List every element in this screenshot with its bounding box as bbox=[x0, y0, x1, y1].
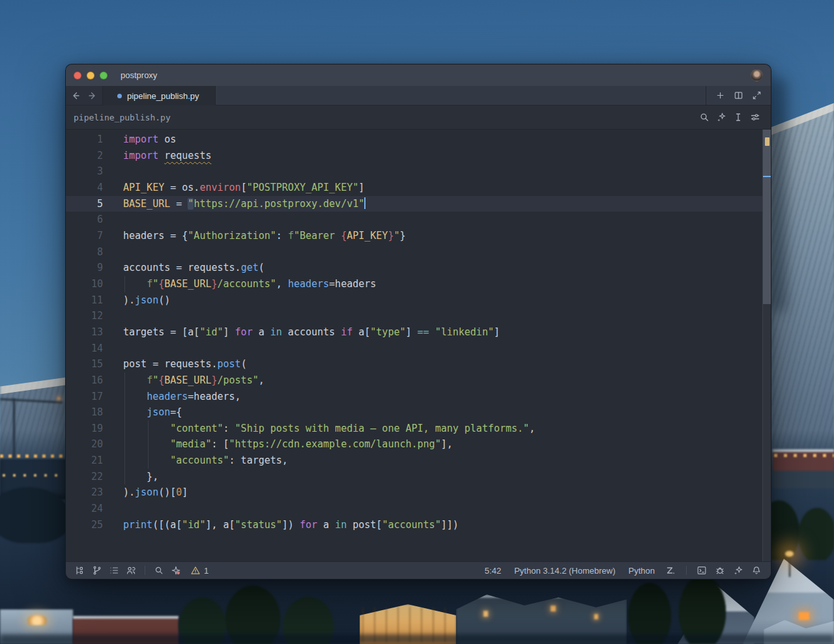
code-line[interactable]: 1import os bbox=[66, 132, 762, 148]
sparkles-button[interactable] bbox=[732, 564, 745, 577]
code-line[interactable]: 4API_KEY = os.environ["POSTPROXY_API_KEY… bbox=[66, 180, 762, 196]
toolchain-selector[interactable]: Python 3.14.2 (Homebrew) bbox=[510, 565, 619, 576]
split-pane-icon bbox=[734, 91, 743, 100]
line-number: 5 bbox=[66, 196, 103, 212]
line-number: 10 bbox=[66, 276, 103, 292]
code-line[interactable]: 20 "media": ["https://cdn.example.com/la… bbox=[66, 436, 762, 453]
project-panel-button[interactable] bbox=[74, 564, 87, 577]
sparkles-icon bbox=[733, 565, 743, 576]
scrollbar-cursor-marker bbox=[763, 176, 771, 177]
line-number: 3 bbox=[66, 163, 103, 180]
code-line[interactable]: 18 json={ bbox=[66, 404, 762, 421]
search-everywhere-button[interactable] bbox=[152, 564, 165, 577]
code-line[interactable]: 5BASE_URL = "https://api.postproxy.dev/v… bbox=[66, 196, 762, 212]
split-pane-button[interactable] bbox=[732, 89, 745, 102]
assistant-button[interactable] bbox=[169, 564, 182, 577]
outline-button[interactable] bbox=[108, 564, 121, 577]
edit-prediction-button[interactable] bbox=[664, 564, 678, 577]
git-branch-icon bbox=[92, 565, 102, 576]
close-button[interactable] bbox=[74, 72, 81, 79]
code-line[interactable]: 15post = requests.post( bbox=[66, 356, 762, 372]
code-line[interactable]: 25print([(a["id"], a["status"]) for a in… bbox=[66, 517, 762, 533]
code-line[interactable]: 17 headers=headers, bbox=[66, 389, 762, 405]
collaboration-button[interactable] bbox=[124, 564, 137, 577]
line-number: 23 bbox=[66, 484, 103, 501]
modified-dot-icon bbox=[117, 94, 122, 98]
diagnostics-button[interactable]: 1 bbox=[186, 565, 212, 576]
code-line[interactable]: 21 "accounts": targets, bbox=[66, 453, 762, 469]
scrollbar[interactable] bbox=[762, 130, 771, 561]
code-line[interactable]: 16 f"{BASE_URL}/posts", bbox=[66, 372, 762, 389]
expand-icon bbox=[752, 91, 762, 100]
inline-assist-button[interactable] bbox=[715, 111, 728, 124]
tab-strip-empty bbox=[216, 86, 706, 105]
terminal-icon bbox=[697, 565, 707, 576]
cursor-position[interactable]: 5:42 bbox=[481, 565, 505, 576]
code-line[interactable]: 7headers = {"Authorization": f"Bearer {A… bbox=[66, 228, 762, 244]
line-number: 14 bbox=[66, 341, 103, 357]
code-line[interactable]: 12 bbox=[66, 308, 762, 324]
text-cursor-button[interactable] bbox=[732, 111, 745, 124]
line-number: 25 bbox=[66, 517, 103, 533]
new-tab-button[interactable] bbox=[714, 89, 726, 102]
zoom-button[interactable] bbox=[100, 72, 108, 79]
code-line[interactable]: 19 "content": "Ship posts with media — o… bbox=[66, 421, 762, 437]
code-line[interactable]: 6 bbox=[66, 212, 762, 228]
sliders-icon bbox=[750, 112, 760, 122]
editor-window: postproxy pipeline_publish.py bbox=[65, 64, 771, 580]
scrollbar-warning-marker bbox=[765, 137, 769, 146]
language-selector[interactable]: Python bbox=[625, 565, 659, 576]
line-number: 21 bbox=[66, 453, 103, 469]
scrollbar-thumb[interactable] bbox=[763, 130, 771, 304]
code-line[interactable]: 24 bbox=[66, 501, 762, 517]
line-number: 19 bbox=[66, 421, 103, 437]
terminal-button[interactable] bbox=[695, 564, 708, 577]
text-caret bbox=[364, 197, 366, 209]
debug-button[interactable] bbox=[713, 564, 726, 577]
code-line[interactable]: 3 bbox=[66, 163, 762, 180]
buffer-search-button[interactable] bbox=[698, 111, 711, 124]
breadcrumb[interactable]: pipeline_publish.py bbox=[74, 113, 171, 122]
back-button[interactable] bbox=[70, 91, 81, 101]
line-number: 7 bbox=[66, 228, 103, 244]
tab-bar: pipeline_publish.py bbox=[66, 86, 771, 105]
line-number: 17 bbox=[66, 389, 103, 405]
minimize-button[interactable] bbox=[87, 72, 94, 79]
tab-pipeline-publish[interactable]: pipeline_publish.py bbox=[103, 86, 216, 105]
text-cursor-icon bbox=[733, 112, 743, 122]
bell-icon bbox=[751, 565, 762, 576]
plus-icon bbox=[715, 91, 725, 100]
line-number: 15 bbox=[66, 356, 103, 372]
code-line[interactable]: 8 bbox=[66, 244, 762, 260]
sparkles-icon bbox=[716, 112, 726, 122]
code-line[interactable]: 2import requests bbox=[66, 148, 762, 164]
notifications-button[interactable] bbox=[750, 564, 763, 577]
git-branch-button[interactable] bbox=[91, 564, 104, 577]
line-number: 6 bbox=[66, 212, 103, 228]
code-line[interactable]: 10 f"{BASE_URL}/accounts", headers=heade… bbox=[66, 276, 762, 292]
window-title: postproxy bbox=[121, 70, 157, 80]
search-icon bbox=[699, 112, 710, 122]
expand-button[interactable] bbox=[751, 89, 763, 102]
warning-triangle-icon bbox=[190, 565, 201, 576]
project-panel-icon bbox=[75, 565, 85, 576]
line-number: 9 bbox=[66, 260, 103, 276]
user-avatar[interactable] bbox=[751, 69, 763, 81]
editor-lines: 1import os2import requests34API_KEY = os… bbox=[66, 132, 762, 561]
code-line[interactable]: 11).json() bbox=[66, 292, 762, 309]
code-line[interactable]: 14 bbox=[66, 341, 762, 357]
tab-actions bbox=[706, 86, 771, 105]
code-line[interactable]: 9accounts = requests.get( bbox=[66, 260, 762, 276]
code-line[interactable]: 23).json()[0] bbox=[66, 484, 762, 501]
title-bar[interactable]: postproxy bbox=[66, 64, 771, 86]
line-number: 18 bbox=[66, 404, 103, 421]
code-line[interactable]: 13targets = [a["id"] for a in accounts i… bbox=[66, 324, 762, 341]
line-number: 20 bbox=[66, 436, 103, 453]
forward-button[interactable] bbox=[87, 91, 98, 101]
editor-controls-button[interactable] bbox=[749, 111, 762, 124]
status-right: 5:42 Python 3.14.2 (Homebrew) Python bbox=[481, 564, 763, 577]
code-line[interactable]: 22 }, bbox=[66, 469, 762, 485]
code-editor[interactable]: 1import os2import requests34API_KEY = os… bbox=[66, 130, 771, 561]
line-number: 13 bbox=[66, 324, 103, 341]
line-number: 8 bbox=[66, 244, 103, 260]
